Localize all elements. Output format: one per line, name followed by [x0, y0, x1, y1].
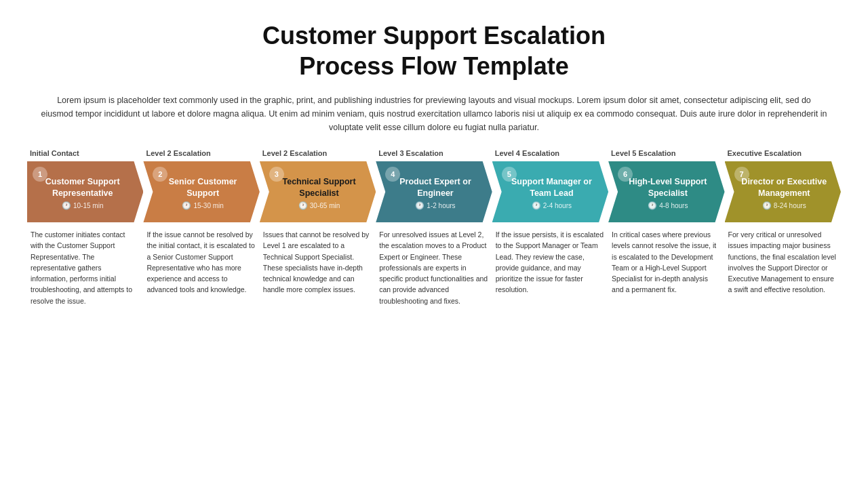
clock-icon: 🕐 — [182, 201, 191, 210]
arrow-shape: 2Senior Customer Support🕐15-30 min — [143, 161, 259, 222]
step-title: High-Level Support Specialist — [625, 176, 711, 199]
step-title: Senior Customer Support — [159, 176, 245, 199]
step-label: Level 5 Escalation — [608, 149, 724, 157]
step-time: 🕐2-4 hours — [532, 201, 572, 210]
step-description: For very critical or unresolved issues i… — [725, 229, 841, 306]
step-description: If the issue cannot be resolved by the i… — [143, 229, 259, 306]
step-label: Level 2 Escalation — [143, 149, 259, 157]
arrow-wrapper: 3Technical Support Specialist🕐30-65 min — [260, 161, 376, 222]
clock-icon: 🕐 — [648, 201, 657, 210]
arrow-shape: 1Customer Support Representative🕐10-15 m… — [27, 161, 143, 222]
step-time: 🕐4-8 hours — [648, 201, 688, 210]
step-number: 7 — [734, 167, 749, 182]
step-label: Executive Escalation — [725, 149, 841, 157]
arrow-shape: 4Product Expert or Engineer🕐1-2 hours — [376, 161, 492, 222]
step-label: Level 4 Escalation — [492, 149, 608, 157]
step-label: Level 3 Escalation — [376, 149, 492, 157]
page-title: Customer Support EscalationProcess Flow … — [27, 20, 841, 81]
arrow-shape: 7Director or Executive Management🕐8-24 h… — [725, 161, 841, 222]
step-label: Level 2 Escalation — [260, 149, 376, 157]
step-description: Issues that cannot be resolved by Level … — [260, 229, 376, 306]
flow-area: Initial ContactLevel 2 EscalationLevel 2… — [27, 149, 841, 306]
step-time: 🕐1-2 hours — [415, 201, 455, 210]
step-description: If the issue persists, it is escalated t… — [492, 229, 608, 306]
descriptions-row: The customer initiates contact with the … — [27, 229, 841, 306]
clock-icon: 🕐 — [415, 201, 425, 210]
arrow-wrapper: 4Product Expert or Engineer🕐1-2 hours — [376, 161, 492, 222]
arrow-shape: 6High-Level Support Specialist🕐4-8 hours — [608, 161, 724, 222]
arrow-shape: 3Technical Support Specialist🕐30-65 min — [260, 161, 376, 222]
labels-row: Initial ContactLevel 2 EscalationLevel 2… — [27, 149, 841, 157]
arrow-wrapper: 6High-Level Support Specialist🕐4-8 hours — [608, 161, 724, 222]
step-title: Support Manager or Team Lead — [509, 176, 595, 199]
step-time: 🕐8-24 hours — [762, 201, 806, 210]
step-number: 6 — [618, 167, 633, 182]
step-label: Initial Contact — [27, 149, 143, 157]
step-time: 🕐10-15 min — [62, 201, 103, 210]
page-container: Customer Support EscalationProcess Flow … — [0, 0, 868, 488]
step-title: Customer Support Representative — [35, 176, 130, 199]
step-description: In critical cases where previous levels … — [608, 229, 724, 306]
arrow-wrapper: 5Support Manager or Team Lead🕐2-4 hours — [492, 161, 608, 222]
step-title: Director or Executive Management — [741, 176, 827, 199]
step-title: Product Expert or Engineer — [392, 176, 478, 199]
step-description: For unresolved issues at Level 2, the es… — [376, 229, 492, 306]
clock-icon: 🕐 — [532, 201, 541, 210]
step-number: 3 — [269, 167, 284, 182]
step-number: 1 — [33, 167, 47, 182]
step-title: Technical Support Specialist — [276, 176, 362, 199]
clock-icon: 🕐 — [298, 201, 308, 210]
step-time: 🕐15-30 min — [182, 201, 223, 210]
step-description: The customer initiates contact with the … — [27, 229, 143, 306]
clock-icon: 🕐 — [62, 201, 71, 210]
arrows-row: 1Customer Support Representative🕐10-15 m… — [27, 161, 841, 222]
clock-icon: 🕐 — [762, 201, 772, 210]
arrow-wrapper: 1Customer Support Representative🕐10-15 m… — [27, 161, 143, 222]
arrow-wrapper: 2Senior Customer Support🕐15-30 min — [143, 161, 259, 222]
arrow-wrapper: 7Director or Executive Management🕐8-24 h… — [725, 161, 841, 222]
step-time: 🕐30-65 min — [298, 201, 340, 210]
arrow-shape: 5Support Manager or Team Lead🕐2-4 hours — [492, 161, 608, 222]
body-text: Lorem ipsum is placeholder text commonly… — [27, 94, 841, 134]
step-number: 5 — [502, 167, 517, 182]
